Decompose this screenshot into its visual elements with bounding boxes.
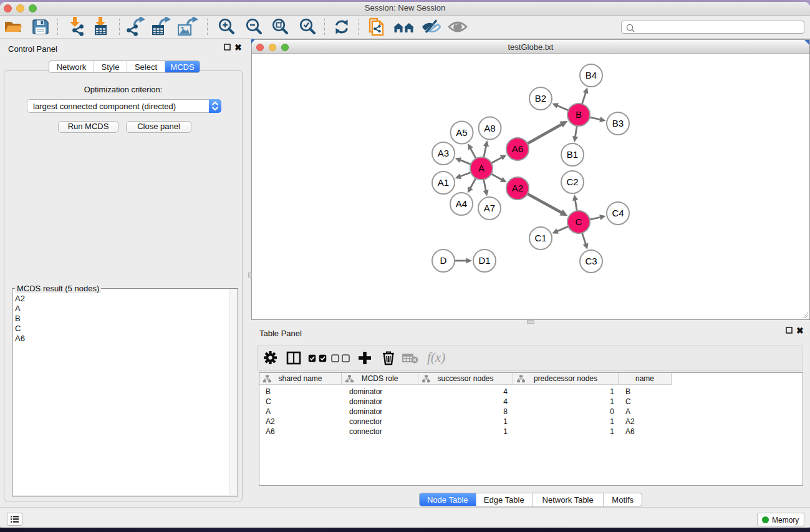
svg-text:A: A — [478, 163, 485, 173]
svg-text:B2: B2 — [535, 93, 546, 104]
svg-text:C4: C4 — [612, 208, 624, 218]
svg-text:C3: C3 — [585, 256, 597, 266]
svg-text:A8: A8 — [484, 123, 495, 133]
svg-text:A4: A4 — [456, 198, 467, 209]
svg-text:A6: A6 — [512, 143, 523, 154]
svg-text:A2: A2 — [512, 183, 523, 193]
svg-text:A3: A3 — [438, 148, 449, 158]
svg-text:D: D — [440, 255, 447, 266]
svg-text:D1: D1 — [478, 255, 490, 266]
svg-text:A1: A1 — [438, 177, 449, 188]
svg-text:A5: A5 — [456, 127, 467, 138]
svg-text:B: B — [576, 109, 582, 120]
svg-text:C: C — [576, 216, 582, 227]
svg-text:A7: A7 — [484, 203, 495, 213]
svg-text:B1: B1 — [567, 149, 578, 160]
svg-text:B4: B4 — [586, 70, 597, 80]
svg-text:B3: B3 — [612, 118, 624, 128]
svg-text:C1: C1 — [534, 233, 546, 243]
svg-text:C2: C2 — [566, 177, 578, 187]
